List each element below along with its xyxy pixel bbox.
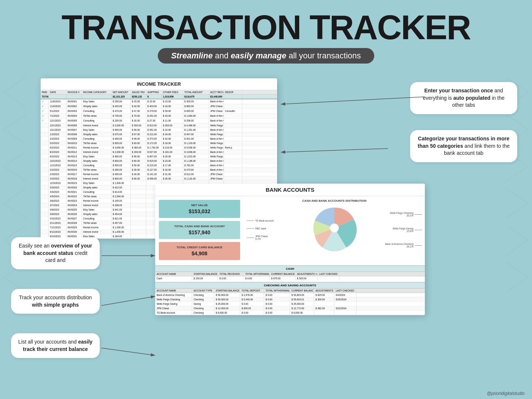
- list-item: Wells Fargo Checking35.2%: [390, 212, 422, 217]
- callout-text-4a: Track your accounts distribution: [19, 294, 92, 300]
- callout-bold-4: with simple graphs: [32, 302, 79, 308]
- callout-overview: Easily see an overview of your bank acco…: [11, 237, 100, 269]
- main-title: TRANSACTION TRACKER: [0, 10, 532, 44]
- table-row: ✓5/1/2023INV0003Consulting$ 470.00$ 47.0…: [41, 109, 277, 114]
- net-value: $153,032: [163, 208, 236, 214]
- table-row: Cash $ 150.00 $ 0.00 $ 0.00 $ 675.00 $ 5…: [155, 276, 425, 280]
- subtitle-bar: Streamline and easily manage all your tr…: [158, 48, 374, 64]
- table-row: 2/2/2023INV0016TikTok views$ 300.00$ 30.…: [41, 168, 277, 172]
- subtitle-highlight1: Streamline: [171, 51, 213, 60]
- callout-text-3a: Easily see an: [19, 243, 51, 249]
- table-row: 11/2/2023INV0015Consulting$ 500.00$ 50.0…: [41, 163, 277, 168]
- svg-line-4: [102, 296, 155, 306]
- total-credit-value: $4,908: [163, 250, 236, 256]
- bank-accounts-title: BANK ACCOUNTS: [155, 184, 425, 196]
- net-value-label: NET VALUE: [163, 204, 236, 207]
- table-row: 2/3/2023INV0017Rental income$ 400.00$ 40…: [41, 172, 277, 177]
- list-item: Wells Fargo Saving15.8%: [393, 227, 422, 232]
- content-area: INCOME TRACKER PAID DATE INVOICE # INCOM…: [0, 75, 532, 389]
- table-row: 1/2/2023INV0008Shopify sales$ 670.00$ 67…: [41, 132, 277, 137]
- svg-line-2: [281, 149, 388, 152]
- list-item: Bank of America Checking34.1%: [385, 243, 422, 248]
- table-row: ✓12/1/2023INV0005Consulting$ 200.00$ 20.…: [41, 119, 277, 123]
- distribution-content: TD Bank account RBC bank JPM Chase9.1%: [247, 204, 422, 252]
- subtitle-text2: all your transactions: [289, 51, 361, 60]
- distribution-labels-right: Wells Fargo Checking35.2% Wells Fargo Sa…: [361, 208, 422, 248]
- income-tracker-header: PAID DATE INVOICE # INCOME CATEGORY NET …: [41, 90, 277, 95]
- total-credit-label: TOTAL CREDIT CARD BALANCE: [163, 246, 236, 249]
- subtitle-highlight2: easily manage: [231, 51, 286, 60]
- table-row: 9/2/2023INV0013Etsy Sales$ 900.00$ 90.00…: [41, 154, 277, 159]
- cash-section: CASH ACCOUNT NAME STARTING BALANCE TOTAL…: [155, 265, 425, 280]
- total-cash-value: $157,940: [163, 229, 236, 235]
- table-row: 8/2/2023INV0012Interest invest$ 2,000.00…: [41, 150, 277, 154]
- table-row: 2/2/2023INV0009Consulting$ 460.00$ 46.00…: [41, 137, 277, 141]
- bank-accounts-card: BANK ACCOUNTS NET VALUE $153,032 TOTAL C…: [155, 184, 425, 315]
- table-row: 6/2/2023INV0011Rental income$ 3,600.00$ …: [41, 146, 277, 150]
- bank-distribution-right: CASH AND BANK ACCOUNTS DISTRIBUTION TD B…: [244, 196, 425, 264]
- table-row: ✓11/8/2023INV0001Etsy Sales$ 250.00$ 25.…: [41, 99, 277, 104]
- table-row: Bank of America Checking Checking $ 50,0…: [155, 293, 425, 297]
- callout-bold-1: Enter your transaction once: [424, 88, 493, 93]
- callout-bold-1b: auto populated: [453, 95, 490, 101]
- table-row: 2/4/2023INV0018Interest invest$ 600.00$ …: [41, 177, 277, 181]
- table-row: 10/1/2023INV0007Etsy Sales$ 900.00$ 90.0…: [41, 128, 277, 132]
- cash-section-header: CASH: [155, 266, 425, 272]
- cash-table-header: ACCOUNT NAME STARTING BALANCE TOTAL RECE…: [155, 272, 425, 276]
- list-item: RBC bank: [247, 227, 308, 230]
- table-row: Wells Fargo Saving Saving $ 25,000.00 $ …: [155, 302, 425, 306]
- callout-list-accounts: List all your accounts and easily track …: [11, 333, 100, 358]
- income-tracker-total: TOTAL $2,101,325 $250,132 $ 1,019,958 $1…: [41, 95, 277, 99]
- total-cash-box: TOTAL CASH AND BANK ACCOUNT $157,940: [159, 221, 240, 239]
- distribution-labels: TD Bank account RBC bank JPM Chase9.1%: [247, 216, 308, 240]
- income-tracker-title: INCOME TRACKER: [41, 78, 277, 90]
- table-row: Wells Fargo Checking Checking $ 50,000.0…: [155, 297, 425, 302]
- table-row: TD Bank account Checking $ 6,000.00 $ 0.…: [155, 311, 425, 315]
- bank-values-left: NET VALUE $153,032 TOTAL CASH AND BANK A…: [155, 196, 244, 264]
- table-row: ✓11/9/2023INV0002Shopify sales$ 420.00$ …: [41, 104, 277, 109]
- table-row: ✓7/1/2023INV0004TikTok views$ 700.00$ 70…: [41, 114, 277, 119]
- subtitle-text1: and: [215, 51, 231, 60]
- svg-line-1: [281, 97, 425, 104]
- svg-point-0: [330, 224, 339, 232]
- list-item: JPM Chase9.1%: [247, 235, 308, 240]
- total-cash-label: TOTAL CASH AND BANK ACCOUNT: [163, 225, 236, 228]
- bank-section: NET VALUE $153,032 TOTAL CASH AND BANK A…: [155, 196, 425, 264]
- svg-line-5: [102, 348, 155, 355]
- table-row: 10/1/2023INV0006Interest invest$ 3,000.0…: [41, 123, 277, 128]
- callout-enter-transaction: Enter your transaction once and everythi…: [410, 82, 517, 114]
- callout-text-5a: List all your accounts and: [18, 339, 78, 345]
- page-header: TRANSACTION TRACKER Streamline and easil…: [0, 0, 532, 67]
- checking-table-header: ACCOUNT NAME ACCOUNT TYPE STARTING BALAN…: [155, 289, 425, 293]
- table-row: JPM Chase Checking $ 12,000.00 $ 835.00 …: [155, 306, 425, 311]
- footer-credit: @prioridigitalstudio: [487, 391, 525, 396]
- checking-section-header: CHECKING AND SAVING ACCOUNTS: [155, 283, 425, 289]
- total-credit-box: TOTAL CREDIT CARD BALANCE $4,908: [159, 242, 240, 260]
- checking-section: CHECKING AND SAVING ACCOUNTS ACCOUNT NAM…: [155, 282, 425, 315]
- table-row: 10/2/2023INV0014Shopify sales$ 600.00$ 6…: [41, 159, 277, 163]
- callout-graphs: Track your accounts distribution with si…: [11, 289, 100, 314]
- pie-chart: [310, 204, 358, 252]
- net-value-box: NET VALUE $153,032: [159, 200, 240, 218]
- callout-categorize: Categorize your transactions in more tha…: [410, 130, 517, 162]
- table-row: 5/2/2023INV0010TikTok views$ 830.00$ 83.…: [41, 141, 277, 146]
- distribution-title: CASH AND BANK ACCOUNTS DISTRIBUTION: [247, 199, 422, 202]
- list-item: TD Bank account: [247, 219, 308, 222]
